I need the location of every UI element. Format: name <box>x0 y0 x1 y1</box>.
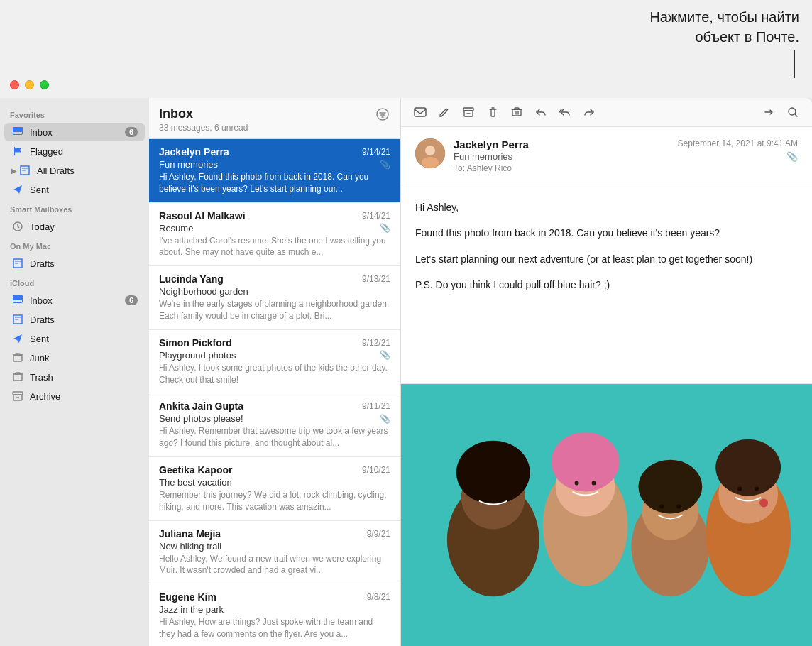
email-attachment-indicator: 📎 <box>678 151 798 162</box>
get-mail-button[interactable] <box>410 102 431 122</box>
email-body-p1: Hi Ashley, <box>415 199 798 215</box>
sidebar-item-icloud-sent[interactable]: Sent <box>4 329 145 348</box>
alldrafts-icon <box>18 164 31 177</box>
attach-icon-4: 📎 <box>380 414 390 424</box>
svg-point-30 <box>592 481 596 486</box>
email-to-line: To: Ashley Rico <box>454 163 669 173</box>
reply-all-button[interactable] <box>554 102 576 122</box>
svg-point-34 <box>755 487 759 491</box>
sent-icon <box>11 183 24 196</box>
sender-name-7: Eugene Kim <box>159 591 216 603</box>
preview-5: Remember this journey? We did a lot: roc… <box>159 489 390 513</box>
sidebar-item-icloud-trash[interactable]: Trash <box>4 368 145 386</box>
subject-6: New hiking trail <box>159 541 390 552</box>
inbox-title: Inbox <box>159 106 248 121</box>
sender-avatar <box>415 138 445 168</box>
message-date-1: 9/14/21 <box>362 211 390 221</box>
message-date-7: 9/8/21 <box>367 592 390 602</box>
icloud-sent-icon <box>11 332 24 345</box>
more-button[interactable] <box>758 102 779 122</box>
message-list: Inbox 33 messages, 6 unread Jackelyn Per… <box>149 98 401 646</box>
message-date-2: 9/13/21 <box>362 274 390 284</box>
svg-rect-6 <box>415 108 426 116</box>
attach-icon-0: 📎 <box>380 160 390 170</box>
sidebar-item-fav-inbox-badge: 6 <box>125 127 138 137</box>
sidebar-item-icloud-drafts[interactable]: Drafts <box>4 310 145 329</box>
reply-button[interactable] <box>530 102 552 122</box>
sidebar-item-icloud-junk-label: Junk <box>30 353 138 363</box>
forward-button[interactable] <box>578 102 600 122</box>
sender-name-3: Simon Pickford <box>159 337 232 349</box>
tooltip-overlay: Нажмите, чтобы найти объект в Почте. <box>585 0 812 78</box>
search-button[interactable] <box>782 102 803 122</box>
compose-button[interactable] <box>434 102 455 122</box>
sidebar-item-icloud-inbox[interactable]: Inbox 6 <box>4 291 145 310</box>
svg-point-17 <box>456 441 530 505</box>
to-label: To: <box>454 163 467 173</box>
sidebar-item-smart-today[interactable]: Today <box>4 217 145 236</box>
sidebar-item-mac-drafts[interactable]: Drafts <box>4 254 145 273</box>
message-item-1[interactable]: Rasoul Al Malkawi 9/14/21 Resume 📎 I've … <box>149 203 400 267</box>
svg-point-20 <box>552 432 620 492</box>
inbox-header-text: Inbox 33 messages, 6 unread <box>159 106 248 133</box>
svg-point-26 <box>715 439 781 496</box>
archive-button[interactable] <box>458 102 479 122</box>
sidebar-item-fav-alldrafts-label: All Drafts <box>37 165 138 176</box>
sidebar-item-icloud-archive[interactable]: Archive <box>4 387 145 405</box>
email-photo-attachment <box>401 383 812 646</box>
sidebar-item-fav-sent[interactable]: Sent <box>4 180 145 199</box>
message-item-6[interactable]: Juliana Mejia 9/9/21 New hiking trail He… <box>149 521 400 585</box>
message-date-5: 9/10/21 <box>362 465 390 475</box>
sidebar-item-icloud-archive-label: Archive <box>30 391 138 402</box>
close-button[interactable] <box>10 80 19 89</box>
minimize-button[interactable] <box>25 80 34 89</box>
fullscreen-button[interactable] <box>40 80 49 89</box>
preview-2: We're in the early stages of planning a … <box>159 298 390 322</box>
subject-7: Jazz in the park <box>159 604 390 615</box>
icloud-archive-icon <box>11 390 24 403</box>
sender-name-0: Jackelyn Perra <box>159 146 229 158</box>
message-item-0[interactable]: Jackelyn Perra 9/14/21 Fun memories 📎 Hi… <box>149 139 400 203</box>
subject-4: Send photos please! 📎 <box>159 413 390 424</box>
email-body-p3: Let's start planning our next adventure … <box>415 251 798 267</box>
svg-point-28 <box>500 492 504 496</box>
message-date-3: 9/12/21 <box>362 338 390 348</box>
toolbar <box>401 98 812 127</box>
sidebar-item-fav-alldrafts[interactable]: ▶ All Drafts <box>4 161 145 180</box>
email-header-info: Jackelyn Perra Fun memories To: Ashley R… <box>454 138 669 173</box>
preview-0: Hi Ashley, Found this photo from back in… <box>159 171 390 195</box>
message-item-3[interactable]: Simon Pickford 9/12/21 Playground photos… <box>149 330 400 394</box>
junk-button[interactable] <box>506 102 527 122</box>
email-from-name: Jackelyn Perra <box>454 138 669 150</box>
sidebar-item-icloud-inbox-label: Inbox <box>30 295 125 306</box>
to-address: Ashley Rico <box>467 163 512 173</box>
delete-button[interactable] <box>482 102 503 122</box>
flagged-icon <box>11 145 24 158</box>
svg-point-29 <box>575 481 579 486</box>
sender-name-1: Rasoul Al Malkawi <box>159 210 246 221</box>
svg-rect-2 <box>13 374 22 381</box>
message-item-7[interactable]: Eugene Kim 9/8/21 Jazz in the park Hi As… <box>149 584 400 646</box>
sidebar-item-icloud-sent-label: Sent <box>30 334 138 344</box>
sender-name-4: Ankita Jain Gupta <box>159 400 243 412</box>
preview-6: Hello Ashley, We found a new trail when … <box>159 553 390 577</box>
icloud-junk-icon <box>11 351 24 364</box>
message-item-5[interactable]: Geetika Kapoor 9/10/21 The best vacation… <box>149 457 400 521</box>
svg-rect-1 <box>13 355 22 361</box>
sidebar-item-icloud-junk[interactable]: Junk <box>4 349 145 367</box>
sidebar-section-favorites: Favorites <box>0 105 149 122</box>
icloud-trash-icon <box>11 371 24 383</box>
expand-arrow-icon: ▶ <box>11 167 17 175</box>
sidebar-item-fav-inbox-label: Inbox <box>30 127 125 138</box>
sidebar-item-fav-flagged-label: Flagged <box>30 146 138 157</box>
sidebar-item-fav-flagged[interactable]: Flagged <box>4 142 145 160</box>
email-detail: Jackelyn Perra Fun memories To: Ashley R… <box>401 98 812 646</box>
tooltip-text: Нажмите, чтобы найти объект в Почте. <box>649 7 799 47</box>
message-date-4: 9/11/21 <box>362 401 390 411</box>
message-item-2[interactable]: Lucinda Yang 9/13/21 Neighborhood garden… <box>149 266 400 330</box>
message-item-4[interactable]: Ankita Jain Gupta 9/11/21 Send photos pl… <box>149 393 400 457</box>
filter-button[interactable] <box>375 106 390 125</box>
inbox-subtitle: 33 messages, 6 unread <box>159 123 248 133</box>
mac-drafts-icon <box>11 257 24 270</box>
sidebar-item-fav-inbox[interactable]: Inbox 6 <box>4 123 145 141</box>
